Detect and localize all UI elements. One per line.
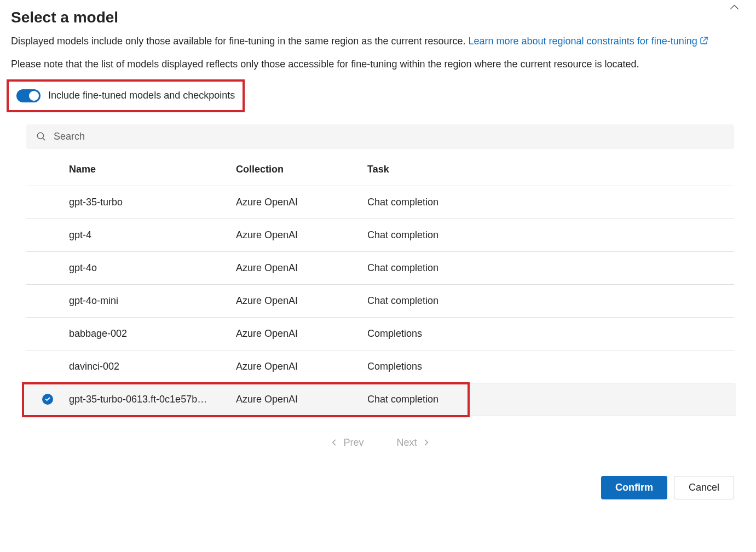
- learn-more-link[interactable]: Learn more about regional constraints fo…: [468, 36, 708, 47]
- pagination: Prev Next: [26, 437, 734, 449]
- row-name: gpt-4: [69, 229, 236, 241]
- svg-point-0: [37, 133, 43, 139]
- chevron-left-icon: [330, 439, 338, 446]
- row-task: Completions: [367, 328, 734, 340]
- prev-button[interactable]: Prev: [330, 437, 363, 449]
- table-row[interactable]: babbage-002 Azure OpenAI Completions: [26, 318, 734, 350]
- row-collection: Azure OpenAI: [236, 197, 367, 208]
- row-name: gpt-35-turbo-0613.ft-0c1e57b…: [69, 394, 236, 405]
- collapse-icon[interactable]: [730, 3, 740, 13]
- search-bar[interactable]: [26, 124, 734, 149]
- row-collection: Azure OpenAI: [236, 295, 367, 307]
- table-row[interactable]: gpt-35-turbo-0613.ft-0c1e57b… Azure Open…: [24, 383, 736, 416]
- row-task: Chat completion: [367, 229, 734, 241]
- description-text: Displayed models include only those avai…: [11, 34, 745, 49]
- row-radio[interactable]: [26, 394, 69, 405]
- search-input[interactable]: [54, 131, 724, 142]
- cancel-button[interactable]: Cancel: [674, 476, 734, 499]
- row-name: gpt-4o: [69, 262, 236, 274]
- table-row[interactable]: gpt-4o-mini Azure OpenAI Chat completion: [26, 285, 734, 318]
- header-name: Name: [69, 164, 236, 175]
- row-collection: Azure OpenAI: [236, 229, 367, 241]
- table-row[interactable]: gpt-4o Azure OpenAI Chat completion: [26, 252, 734, 285]
- row-collection: Azure OpenAI: [236, 328, 367, 340]
- description-intro: Displayed models include only those avai…: [11, 36, 468, 47]
- include-finetuned-toggle[interactable]: [16, 89, 41, 102]
- row-collection: Azure OpenAI: [236, 361, 367, 372]
- table-header-row: Name Collection Task: [26, 153, 734, 186]
- row-task: Chat completion: [367, 197, 734, 208]
- table-row[interactable]: davinci-002 Azure OpenAI Completions: [26, 350, 734, 383]
- row-collection: Azure OpenAI: [236, 262, 367, 274]
- model-table: Name Collection Task gpt-35-turbo Azure …: [26, 153, 734, 416]
- row-collection: Azure OpenAI: [236, 394, 367, 405]
- table-row[interactable]: gpt-35-turbo Azure OpenAI Chat completio…: [26, 186, 734, 219]
- radio-selected-icon: [42, 394, 53, 405]
- header-task: Task: [367, 164, 734, 175]
- header-collection: Collection: [236, 164, 367, 175]
- search-icon: [36, 131, 46, 141]
- external-link-icon: [700, 34, 708, 49]
- footer: Confirm Cancel: [11, 476, 745, 499]
- row-name: gpt-4o-mini: [69, 295, 236, 307]
- row-name: gpt-35-turbo: [69, 197, 236, 208]
- table-row[interactable]: gpt-4 Azure OpenAI Chat completion: [26, 219, 734, 252]
- next-button[interactable]: Next: [397, 437, 430, 449]
- note-text: Please note that the list of models disp…: [11, 57, 745, 72]
- row-task: Chat completion: [367, 394, 734, 405]
- row-task: Chat completion: [367, 262, 734, 274]
- row-name: davinci-002: [69, 361, 236, 372]
- toggle-highlight: Include fine-tuned models and checkpoint…: [7, 79, 245, 112]
- chevron-right-icon: [423, 439, 430, 446]
- toggle-label: Include fine-tuned models and checkpoint…: [48, 90, 235, 101]
- row-task: Chat completion: [367, 295, 734, 307]
- row-task: Completions: [367, 361, 734, 372]
- confirm-button[interactable]: Confirm: [601, 476, 667, 499]
- page-title: Select a model: [11, 9, 118, 26]
- row-name: babbage-002: [69, 328, 236, 340]
